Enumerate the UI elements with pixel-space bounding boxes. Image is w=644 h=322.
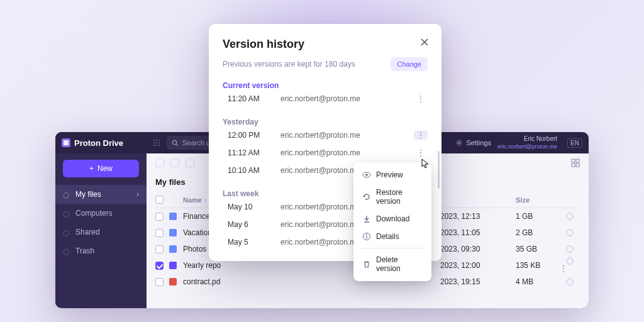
svg-point-22: [366, 234, 367, 235]
version-email: eric.norbert@proton.me: [280, 203, 360, 211]
file-modified: 2023, 19:15: [440, 277, 516, 286]
context-menu: PreviewRestore versionDownloadDetailsDel…: [353, 162, 431, 281]
sidebar-item-trash[interactable]: ◌Trash: [55, 242, 147, 260]
sidebar-item-label: Trash: [75, 247, 94, 255]
version-time: 11:12 AM: [228, 148, 280, 157]
svg-point-2: [158, 140, 160, 141]
scrollbar[interactable]: [438, 151, 440, 189]
cursor-icon: [421, 158, 430, 169]
version-time: May 5: [228, 238, 280, 247]
sidebar-item-label: Computers: [75, 209, 113, 218]
sidebar-item-label: Shared: [75, 228, 100, 236]
version-row[interactable]: 12:00 PMeric.norbert@proton.me⋮: [223, 126, 428, 144]
grid-view-icon[interactable]: [571, 158, 580, 167]
row-checkbox[interactable]: [155, 229, 164, 237]
modal-title: Version history: [223, 38, 428, 51]
version-section-header: Yesterday: [223, 118, 428, 126]
plus-icon: +: [89, 164, 94, 173]
info-icon: [362, 232, 371, 241]
version-email: eric.norbert@proton.me: [280, 220, 360, 229]
tool-icon-3[interactable]: [186, 158, 194, 167]
sidebar-item-shared[interactable]: ◌Shared: [55, 223, 147, 242]
version-row[interactable]: 11:20 AMeric.norbert@proton.me⋮: [223, 90, 428, 108]
file-size: 4 MB: [516, 277, 560, 286]
modal-subtitle: Previous versions are kept for 180 days: [223, 60, 355, 69]
share-link-icon[interactable]: [565, 212, 574, 221]
row-more-icon[interactable]: ⋮: [560, 264, 567, 273]
more-icon[interactable]: ⋮: [414, 94, 428, 103]
row-checkbox[interactable]: [155, 262, 164, 270]
version-email: eric.norbert@proton.me: [280, 166, 360, 175]
menu-item-label: Details: [376, 232, 399, 241]
file-size: 35 GB: [516, 245, 560, 253]
row-checkbox[interactable]: [155, 278, 164, 286]
sidebar-item-my-files[interactable]: ◌My files›: [55, 185, 147, 204]
doc-icon: [169, 262, 177, 269]
gear-icon: [455, 139, 463, 147]
version-time: 12:00 PM: [228, 131, 280, 140]
row-checkbox[interactable]: [155, 245, 164, 253]
chevron-right-icon: ›: [136, 190, 139, 199]
svg-line-10: [176, 144, 178, 146]
trash-icon: [362, 260, 371, 269]
svg-rect-13: [576, 159, 579, 162]
folder-icon: [169, 213, 177, 220]
svg-point-6: [153, 145, 155, 146]
file-modified: 2023, 12:13: [440, 212, 516, 221]
language-badge[interactable]: EN: [567, 138, 582, 148]
tool-icon-1[interactable]: [155, 158, 164, 167]
monitor-icon: ◌: [63, 209, 70, 217]
file-size: 135 KB: [516, 261, 560, 270]
user-name: Eric Norbert: [497, 135, 557, 143]
share-link-icon[interactable]: [565, 245, 574, 253]
apps-icon[interactable]: [153, 139, 160, 147]
row-checkbox[interactable]: [155, 213, 164, 221]
version-time: 11:20 AM: [228, 94, 280, 103]
tool-icon-2[interactable]: [170, 158, 179, 167]
file-size: 1 GB: [516, 212, 560, 221]
user-email: eric.norbert@proton.me: [497, 143, 557, 150]
menu-item-delete-version[interactable]: Delete version: [357, 251, 428, 277]
sidebar-item-computers[interactable]: ◌Computers: [55, 204, 147, 223]
menu-item-details[interactable]: Details: [357, 228, 428, 245]
share-link-icon[interactable]: [565, 277, 574, 286]
svg-point-7: [156, 145, 157, 146]
menu-item-preview[interactable]: Preview: [357, 166, 428, 184]
version-row[interactable]: 11:12 AMeric.norbert@proton.me⋮: [223, 144, 428, 162]
more-icon[interactable]: ⋮: [414, 131, 428, 140]
sidebar-item-label: My files: [75, 190, 101, 199]
svg-point-3: [153, 142, 155, 143]
trash-icon: ◌: [63, 247, 70, 255]
version-time: 10:10 AM: [228, 166, 280, 175]
change-button[interactable]: Change: [391, 57, 428, 71]
brand-name: Proton Drive: [74, 138, 123, 148]
select-all-checkbox[interactable]: [155, 196, 164, 204]
menu-item-label: Preview: [376, 170, 403, 179]
logo-icon: [62, 138, 70, 147]
svg-point-11: [458, 142, 460, 144]
svg-rect-14: [572, 164, 575, 167]
version-email: eric.norbert@proton.me: [280, 148, 360, 157]
svg-point-1: [156, 140, 157, 141]
link-icon: ◌: [63, 228, 70, 236]
settings-link[interactable]: Settings: [455, 139, 491, 147]
more-icon[interactable]: ⋮: [414, 148, 428, 157]
col-size[interactable]: Size: [516, 196, 560, 204]
folder-icon: [169, 229, 177, 236]
search-icon: [172, 140, 179, 147]
close-icon[interactable]: [419, 36, 430, 48]
version-section-header: Current version: [223, 81, 428, 90]
sidebar: Proton Drive + New ◌My files›◌Computers◌…: [55, 132, 147, 308]
version-email: eric.norbert@proton.me: [280, 131, 360, 140]
user-block[interactable]: Eric Norbert eric.norbert@proton.me: [497, 135, 557, 150]
svg-rect-15: [576, 164, 579, 167]
version-email: eric.norbert@proton.me: [280, 238, 360, 247]
new-button-label: New: [97, 164, 113, 173]
pdf-icon: [169, 278, 177, 286]
menu-item-download[interactable]: Download: [357, 210, 428, 228]
brand-row: Proton Drive: [55, 132, 147, 153]
menu-item-label: Restore version: [376, 188, 423, 206]
share-link-icon[interactable]: [565, 228, 574, 237]
menu-item-restore-version[interactable]: Restore version: [357, 184, 428, 210]
new-button[interactable]: + New: [63, 160, 139, 177]
